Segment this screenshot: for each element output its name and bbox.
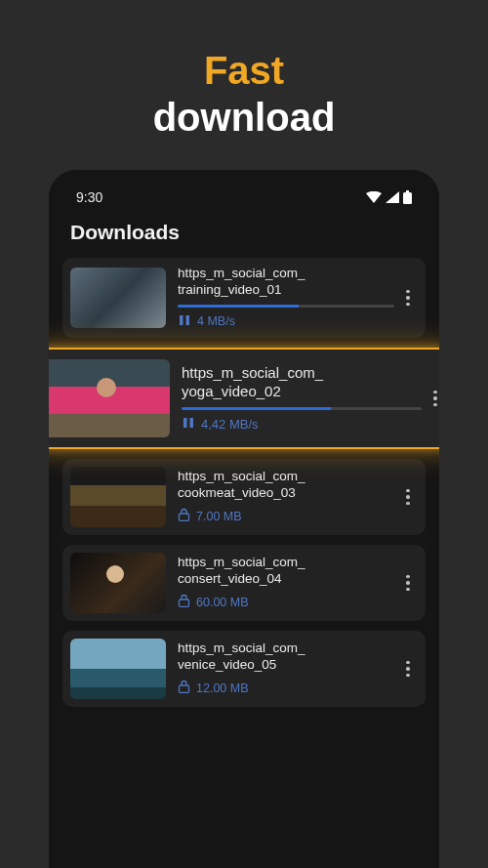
size-row: 60.00 MB	[178, 594, 394, 610]
status-time: 9:30	[76, 189, 102, 205]
item-content: https_m_social_com_venice_video_0512.00 …	[166, 641, 398, 696]
more-button[interactable]	[398, 569, 418, 598]
file-name: https_m_social_com_venice_video_05	[178, 641, 394, 674]
size-value: 12.00 MB	[196, 682, 249, 695]
size-value: 7.00 MB	[196, 510, 242, 523]
thumbnail	[70, 268, 166, 328]
size-row: 12.00 MB	[178, 680, 394, 696]
svg-rect-0	[403, 192, 412, 204]
size-row: 7.00 MB	[178, 508, 394, 524]
size-value: 60.00 MB	[196, 596, 249, 609]
download-item[interactable]: https_m_social_com_yoga_video_024,42 MB/…	[49, 348, 439, 449]
svg-rect-7	[180, 599, 189, 607]
svg-rect-1	[406, 190, 409, 192]
thumbnail	[70, 467, 166, 527]
item-content: https_m_social_com_yoga_video_024,42 MB/…	[170, 364, 426, 433]
progress-bar	[178, 305, 394, 308]
speed-value: 4 MB/s	[197, 314, 235, 328]
lock-icon	[178, 680, 190, 696]
more-button[interactable]	[398, 483, 418, 512]
speed-row: 4 MB/s	[178, 313, 394, 330]
svg-rect-4	[183, 418, 187, 428]
svg-rect-3	[186, 315, 190, 325]
pause-icon[interactable]	[178, 313, 191, 330]
file-name: https_m_social_com_yoga_video_02	[182, 364, 422, 401]
status-bar: 9:30	[62, 184, 426, 215]
svg-rect-8	[180, 685, 189, 693]
battery-icon	[403, 190, 412, 204]
download-item[interactable]: https_m_social_com_consert_video_0460.00…	[62, 545, 426, 621]
downloads-list: https_m_social_com_training_video_014 MB…	[62, 258, 426, 707]
phone-frame: 9:30 Downloads https_m_social_com_traini…	[49, 170, 439, 868]
hero-title: Fast download	[0, 0, 488, 170]
thumbnail	[49, 359, 170, 437]
item-content: https_m_social_com_training_video_014 MB…	[166, 266, 398, 330]
highlight-wrap: https_m_social_com_yoga_video_024,42 MB/…	[49, 348, 439, 449]
lock-icon	[178, 508, 190, 524]
hero-title-sub: download	[0, 94, 488, 141]
download-item[interactable]: https_m_social_com_training_video_014 MB…	[62, 258, 426, 338]
speed-value: 4,42 MB/s	[201, 417, 259, 432]
svg-rect-6	[180, 514, 189, 521]
file-name: https_m_social_com_training_video_01	[178, 266, 394, 299]
svg-rect-2	[180, 315, 183, 325]
download-item[interactable]: https_m_social_com_cookmeat_video_037.00…	[62, 459, 426, 535]
thumbnail	[70, 553, 166, 613]
item-content: https_m_social_com_consert_video_0460.00…	[166, 555, 398, 610]
status-icons	[366, 190, 412, 204]
pause-icon[interactable]	[182, 416, 195, 433]
svg-rect-5	[190, 418, 194, 428]
file-name: https_m_social_com_cookmeat_video_03	[178, 469, 394, 502]
more-button[interactable]	[426, 385, 439, 413]
progress-bar	[182, 407, 422, 410]
speed-row: 4,42 MB/s	[182, 416, 422, 433]
download-item[interactable]: https_m_social_com_venice_video_0512.00 …	[62, 631, 426, 707]
item-content: https_m_social_com_cookmeat_video_037.00…	[166, 469, 398, 524]
cellular-icon	[386, 191, 399, 203]
hero-title-accent: Fast	[0, 47, 488, 94]
file-name: https_m_social_com_consert_video_04	[178, 555, 394, 588]
thumbnail	[70, 639, 166, 699]
more-button[interactable]	[398, 284, 418, 312]
lock-icon	[178, 594, 190, 610]
more-button[interactable]	[398, 655, 418, 683]
wifi-icon	[366, 191, 382, 203]
page-title: Downloads	[62, 215, 426, 258]
